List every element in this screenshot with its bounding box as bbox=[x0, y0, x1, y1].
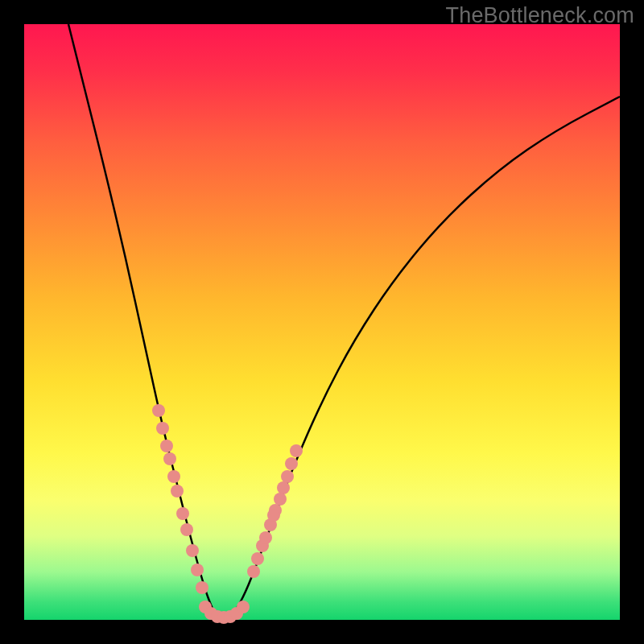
data-marker bbox=[281, 470, 294, 483]
data-marker bbox=[186, 544, 199, 557]
data-marker bbox=[180, 523, 193, 536]
data-marker bbox=[274, 493, 287, 506]
data-marker bbox=[251, 552, 264, 565]
markers-right-cluster bbox=[247, 444, 303, 578]
data-marker bbox=[191, 564, 204, 576]
data-marker bbox=[167, 470, 180, 483]
data-marker bbox=[267, 509, 280, 522]
chart-svg bbox=[24, 24, 620, 620]
markers-bottom-cluster bbox=[199, 601, 250, 624]
right-curve bbox=[229, 97, 620, 618]
data-marker bbox=[163, 452, 176, 465]
data-marker bbox=[176, 507, 189, 520]
watermark-text: TheBottleneck.com bbox=[445, 3, 634, 28]
data-marker bbox=[290, 444, 303, 457]
left-curve bbox=[68, 24, 219, 618]
data-marker bbox=[171, 485, 184, 497]
data-marker bbox=[156, 422, 169, 435]
data-marker bbox=[285, 457, 298, 470]
data-marker bbox=[247, 565, 260, 578]
data-marker bbox=[152, 404, 165, 417]
plot-area bbox=[24, 24, 620, 620]
data-marker bbox=[277, 481, 290, 494]
data-marker bbox=[160, 440, 173, 452]
chart-canvas: TheBottleneck.com bbox=[0, 0, 644, 644]
data-marker bbox=[196, 581, 208, 594]
data-marker bbox=[237, 601, 250, 613]
data-marker bbox=[259, 531, 272, 544]
